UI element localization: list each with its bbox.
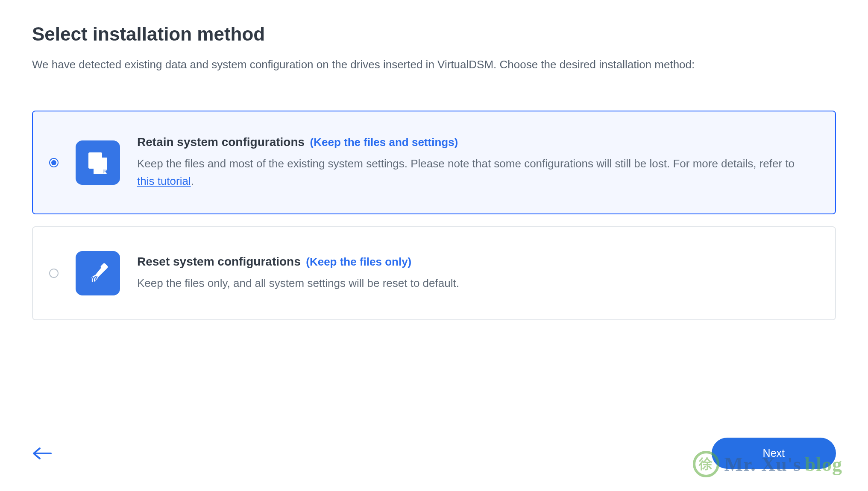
reset-icon <box>76 251 120 295</box>
option-reset-desc: Keep the files only, and all system sett… <box>137 275 814 292</box>
option-retain-desc-pre: Keep the files and most of the existing … <box>137 157 795 170</box>
radio-retain[interactable] <box>49 158 59 167</box>
page-title: Select installation method <box>32 23 836 45</box>
retain-icon <box>76 140 120 185</box>
page-subtitle: We have detected existing data and syste… <box>32 57 836 72</box>
option-reset-title: Reset system configurations <box>137 255 301 268</box>
option-reset[interactable]: Reset system configurations (Keep the fi… <box>32 226 836 320</box>
radio-reset[interactable] <box>49 269 59 278</box>
tutorial-link[interactable]: this tutorial <box>137 175 191 187</box>
option-retain-desc: Keep the files and most of the existing … <box>137 155 814 190</box>
back-button[interactable] <box>32 446 53 461</box>
option-retain[interactable]: Retain system configurations (Keep the f… <box>32 111 836 214</box>
option-reset-hint: (Keep the files only) <box>306 255 411 268</box>
option-retain-title: Retain system configurations <box>137 135 305 149</box>
option-retain-hint: (Keep the files and settings) <box>310 136 458 149</box>
option-reset-content: Reset system configurations (Keep the fi… <box>137 255 814 292</box>
option-retain-desc-post: . <box>191 175 194 187</box>
next-button[interactable]: Next <box>712 438 836 469</box>
option-retain-content: Retain system configurations (Keep the f… <box>137 135 814 190</box>
